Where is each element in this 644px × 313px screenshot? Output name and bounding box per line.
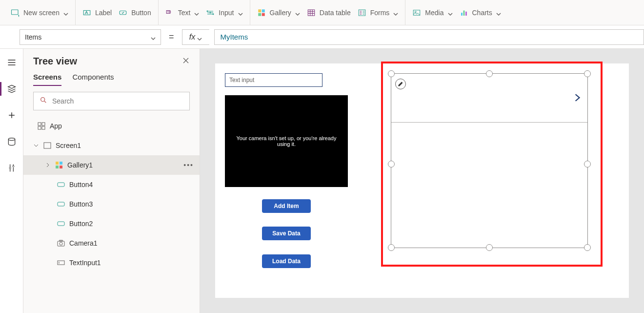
chevron-down-icon[interactable] — [33, 143, 39, 148]
resize-handle[interactable] — [486, 244, 493, 251]
svg-point-20 — [9, 167, 11, 168]
fx-button[interactable]: fx — [182, 29, 209, 45]
formula-input[interactable]: MyItems — [214, 29, 644, 45]
screen1-canvas[interactable]: Text input Your camera isn't set up, or … — [215, 63, 629, 298]
gallery1-control[interactable] — [391, 73, 588, 248]
chevron-down-icon — [151, 35, 156, 40]
insert-input-menu[interactable]: Input — [206, 8, 242, 17]
add-item-button[interactable]: Add Item — [262, 199, 311, 213]
resize-handle[interactable] — [486, 70, 493, 77]
insert-input-label: Input — [219, 9, 234, 17]
resize-handle[interactable] — [584, 161, 591, 167]
button-label: Add Item — [274, 203, 299, 209]
tree-node-button3[interactable]: Button3 — [23, 194, 200, 214]
insert-label-button[interactable]: Label — [82, 8, 112, 17]
hamburger-button[interactable] — [4, 55, 20, 70]
svg-rect-17 — [463, 10, 464, 16]
tab-components[interactable]: Components — [72, 73, 114, 86]
svg-rect-31 — [60, 166, 62, 168]
tools-pane-button[interactable] — [4, 160, 20, 176]
app-icon — [37, 122, 46, 130]
button-icon — [119, 8, 127, 17]
svg-rect-26 — [42, 126, 45, 129]
svg-rect-33 — [58, 202, 64, 206]
svg-point-15 — [415, 11, 417, 13]
insert-button-button[interactable]: Button — [119, 8, 151, 17]
more-actions-button[interactable]: ••• — [183, 161, 194, 169]
insert-button-text: Button — [131, 9, 151, 17]
svg-point-5 — [207, 11, 208, 12]
svg-rect-8 — [258, 9, 261, 12]
tree-node-button2[interactable]: Button2 — [23, 214, 200, 233]
svg-rect-1 — [83, 10, 90, 15]
tree-view-button[interactable] — [4, 81, 20, 97]
gallery-next-icon[interactable] — [573, 93, 582, 102]
formula-bar: Items = fx MyItems — [0, 25, 644, 49]
tree-node-label: Gallery1 — [67, 161, 93, 169]
text-icon: Abc — [165, 8, 174, 17]
charts-icon — [460, 8, 468, 17]
property-selector[interactable]: Items — [20, 29, 161, 45]
resize-handle[interactable] — [584, 244, 591, 251]
data-pane-button[interactable] — [4, 134, 20, 149]
chevron-down-icon — [197, 35, 202, 40]
resize-handle[interactable] — [388, 161, 395, 167]
property-selector-value: Items — [25, 33, 41, 41]
tree-node-gallery1[interactable]: Gallery1 ••• — [23, 155, 200, 175]
svg-rect-16 — [461, 13, 463, 16]
svg-rect-9 — [262, 9, 264, 12]
insert-media-label: Media — [425, 9, 443, 17]
resize-handle[interactable] — [388, 244, 395, 251]
svg-point-6 — [210, 12, 211, 13]
svg-rect-25 — [38, 126, 41, 129]
svg-rect-37 — [60, 240, 62, 241]
camera-icon — [57, 239, 65, 248]
svg-rect-18 — [465, 11, 467, 15]
textinput1-control[interactable]: Text input — [225, 73, 322, 87]
gallery-template-row[interactable] — [391, 74, 587, 123]
insert-forms-menu[interactable]: Forms — [358, 8, 399, 17]
close-panel-button[interactable] — [182, 57, 190, 66]
load-data-button[interactable]: Load Data — [262, 254, 311, 268]
svg-rect-10 — [258, 13, 261, 16]
svg-rect-12 — [308, 10, 315, 16]
resize-handle[interactable] — [584, 70, 591, 77]
canvas-area[interactable]: Text input Your camera isn't set up, or … — [200, 49, 644, 313]
formula-value: MyItems — [221, 33, 248, 41]
insert-charts-label: Charts — [472, 9, 492, 17]
insert-label-text: Label — [95, 9, 112, 17]
tree-node-textinput1[interactable]: TextInput1 — [23, 253, 200, 272]
text-input-icon — [57, 258, 65, 267]
equals-sign: = — [166, 32, 177, 42]
tab-screens[interactable]: Screens — [33, 73, 61, 86]
resize-handle[interactable] — [388, 70, 395, 77]
tree-search-input[interactable] — [52, 97, 183, 105]
data-table-icon — [307, 8, 316, 17]
insert-data-table-button[interactable]: Data table — [307, 8, 351, 17]
tree-node-app[interactable]: App — [23, 116, 200, 136]
svg-rect-0 — [12, 10, 19, 15]
tree-node-label: Button2 — [69, 220, 93, 228]
save-data-button[interactable]: Save Data — [262, 227, 311, 240]
svg-rect-34 — [58, 222, 64, 226]
insert-charts-menu[interactable]: Charts — [460, 8, 501, 17]
tree-node-camera1[interactable]: Camera1 — [23, 233, 200, 253]
svg-point-7 — [213, 14, 214, 15]
svg-rect-29 — [60, 162, 62, 165]
insert-text-label: Text — [178, 9, 191, 17]
text-input-placeholder: Text input — [229, 77, 254, 83]
tree-node-button4[interactable]: Button4 — [23, 175, 200, 194]
new-screen-menu[interactable]: New screen — [11, 8, 68, 17]
insert-media-menu[interactable]: Media — [412, 8, 452, 17]
insert-pane-button[interactable] — [4, 107, 20, 123]
insert-text-menu[interactable]: Abc Text — [165, 8, 200, 17]
tree-node-screen1[interactable]: Screen1 — [23, 136, 200, 155]
chevron-right-icon[interactable] — [45, 162, 51, 168]
gallery-icon — [257, 8, 266, 17]
insert-gallery-menu[interactable]: Gallery — [257, 8, 300, 17]
tree-search-box[interactable] — [33, 92, 190, 110]
chevron-down-icon — [393, 10, 398, 15]
camera1-control[interactable]: Your camera isn't set up, or you're alre… — [225, 95, 348, 187]
insert-gallery-label: Gallery — [270, 9, 291, 17]
svg-point-36 — [60, 242, 62, 245]
